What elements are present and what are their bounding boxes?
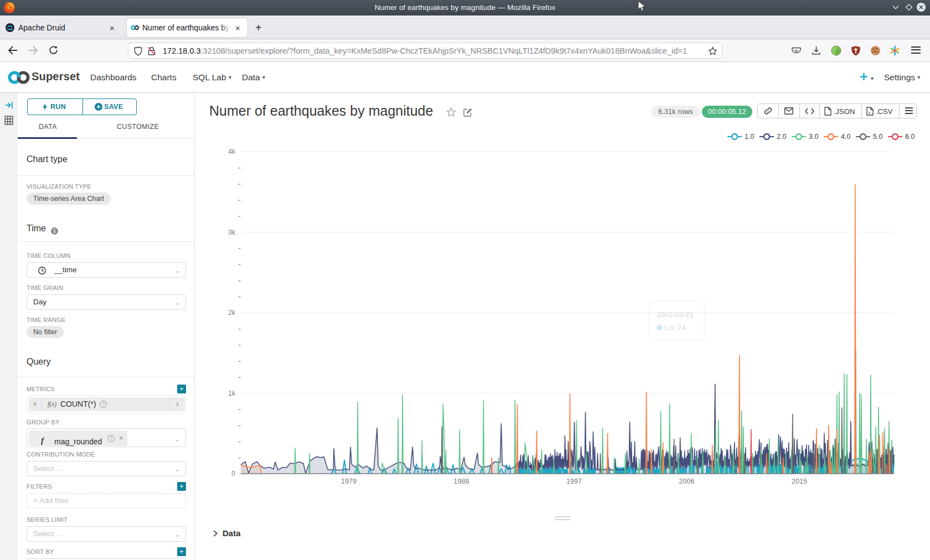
svg-text:1979: 1979: [341, 478, 356, 485]
svg-text:1k: 1k: [228, 390, 236, 397]
svg-text:x: x: [868, 110, 870, 115]
svg-text:2006: 2006: [679, 478, 695, 485]
svg-text:2015: 2015: [792, 478, 807, 485]
svg-text:3k: 3k: [228, 229, 236, 236]
svg-text:1997: 1997: [566, 478, 582, 485]
svg-text:?: ?: [110, 435, 112, 441]
svg-text:2k: 2k: [228, 309, 236, 317]
svg-text:4k: 4k: [228, 148, 236, 155]
svg-text:1988: 1988: [454, 478, 469, 485]
svg-text:0: 0: [231, 470, 235, 478]
svg-text:?: ?: [102, 401, 105, 407]
